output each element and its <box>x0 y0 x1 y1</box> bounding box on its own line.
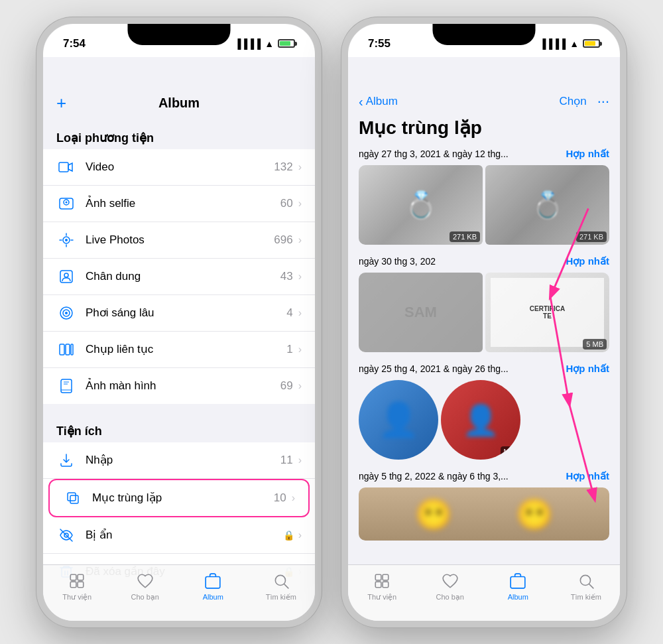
group-3-img-1[interactable] <box>359 380 438 460</box>
album-item-screenshot[interactable]: Ảnh màn hình 69 › <box>43 368 315 404</box>
tab-album-label-left: Album <box>203 593 223 601</box>
duplicate-group-3: ngày 25 thg 4, 2021 & ngày 26 thg... Hợp… <box>359 363 609 460</box>
group-4-header: ngày 5 thg 2, 2022 & ngày 6 thg 3,... Hợ… <box>359 470 609 482</box>
portrait-label: Chân dung <box>86 270 280 283</box>
left-phone: 7:54 ▐▐▐▐ ▲ + Album Loại phương tiện <box>36 17 322 627</box>
duplicate-icon <box>63 488 83 508</box>
phone-shell-right: 7:55 ▐▐▐▐ ▲ ‹ Album <box>341 17 627 627</box>
portrait-icon <box>56 267 76 287</box>
import-label: Nhập <box>86 453 280 467</box>
group-1-date: ngày 27 thg 3, 2021 & ngày 12 thg... <box>359 149 509 159</box>
tab-library-label-left: Thư viện <box>62 593 91 602</box>
group-3-img-2[interactable]: 👤 MB <box>441 380 520 460</box>
tab-library-left[interactable]: Thư viện <box>57 572 97 602</box>
import-count: 11 <box>280 454 293 467</box>
svg-point-11 <box>64 273 68 277</box>
tab-search-label-right: Tìm kiếm <box>571 593 601 602</box>
tab-foryou-left[interactable]: Cho bạn <box>125 572 165 602</box>
selfie-icon <box>56 194 76 214</box>
group-1-img-2[interactable]: 271 KB <box>485 165 609 245</box>
phone-screen-left: 7:54 ▐▐▐▐ ▲ + Album Loại phương tiện <box>43 24 315 621</box>
tab-library-right[interactable]: Thư viện <box>362 572 402 602</box>
tab-album-left[interactable]: Album <box>193 572 233 601</box>
img-size-badge-3-2: MB <box>501 446 518 457</box>
livephoto-count: 696 <box>274 233 292 247</box>
merge-btn-2[interactable]: Hợp nhất <box>566 255 609 267</box>
section-header-media: Loại phương tiện <box>43 117 315 149</box>
svg-rect-40 <box>383 582 389 588</box>
svg-rect-38 <box>383 574 389 580</box>
svg-rect-31 <box>78 574 84 580</box>
svg-rect-17 <box>71 344 73 355</box>
merge-btn-3[interactable]: Hợp nhất <box>566 363 609 375</box>
media-type-list: Video 132 › Ảnh selfie <box>43 149 315 404</box>
duplicate-group-4: ngày 5 thg 2, 2022 & ngày 6 thg 3,... Hợ… <box>359 470 609 541</box>
album-tab-icon-left <box>204 572 222 590</box>
add-album-button[interactable]: + <box>56 94 66 111</box>
portrait-chevron: › <box>298 271 302 283</box>
library-tab-icon-left <box>68 572 86 590</box>
battery-icon-right <box>583 39 600 48</box>
merge-btn-1[interactable]: Hợp nhất <box>566 148 609 160</box>
video-chevron: › <box>298 161 302 173</box>
library-tab-icon-right <box>373 572 391 590</box>
album-item-video[interactable]: Video 132 › <box>43 149 315 186</box>
hidden-label: Bị ẩn <box>86 528 283 542</box>
svg-rect-39 <box>376 582 382 588</box>
album-item-duplicate[interactable]: Mục trùng lặp 10 › <box>48 479 310 517</box>
merge-btn-4[interactable]: Hợp nhất <box>566 470 609 482</box>
tab-album-right[interactable]: Album <box>498 572 538 601</box>
foryou-tab-icon-left <box>136 572 154 590</box>
group-4-img[interactable]: 😶 😶 <box>359 487 609 541</box>
svg-rect-15 <box>60 344 64 355</box>
notch-right <box>433 24 536 45</box>
album-item-longexposure[interactable]: Phơi sáng lâu 4 › <box>43 295 315 332</box>
group-2-img-2[interactable]: CERTIFICATE 5 MB <box>485 273 609 352</box>
svg-rect-37 <box>376 574 382 580</box>
group-1-images: 271 KB 271 KB <box>359 165 609 245</box>
hidden-chevron: › <box>298 529 302 541</box>
group-3-images: 👤 MB <box>359 380 609 460</box>
album-item-burst[interactable]: Chụp liên tục 1 › <box>43 332 315 368</box>
status-icons-right: ▐▐▐▐ ▲ <box>539 38 600 49</box>
group-2-images: SAM CERTIFICATE 5 MB <box>359 273 609 352</box>
duplicate-group-2: ngày 30 thg 3, 202 Hợp nhất SAM CERTIFIC… <box>359 255 609 352</box>
import-chevron: › <box>298 454 302 466</box>
svg-point-5 <box>65 239 68 241</box>
album-item-livephoto[interactable]: Live Photos 696 › <box>43 222 315 259</box>
battery-icon-left <box>278 39 295 48</box>
tab-search-right[interactable]: Tìm kiếm <box>566 572 606 602</box>
duplicate-group-1: ngày 27 thg 3, 2021 & ngày 12 thg... Hợp… <box>359 148 609 245</box>
tab-foryou-right[interactable]: Cho bạn <box>430 572 470 602</box>
group-1-header: ngày 27 thg 3, 2021 & ngày 12 thg... Hợp… <box>359 148 609 160</box>
tab-foryou-label-left: Cho bạn <box>131 593 159 602</box>
album-item-portrait[interactable]: Chân dung 43 › <box>43 259 315 295</box>
more-button[interactable]: ··· <box>597 94 609 109</box>
signal-icon-left: ▐▐▐▐ <box>234 38 261 49</box>
nav-actions: Chọn ··· <box>559 94 609 109</box>
img-size-badge-1-2: 271 KB <box>576 231 607 242</box>
back-button[interactable]: ‹ Album <box>359 95 398 108</box>
group-3-date: ngày 25 thg 4, 2021 & ngày 26 thg... <box>359 363 509 374</box>
chon-button[interactable]: Chọn <box>559 94 586 108</box>
video-label: Video <box>86 161 274 174</box>
tab-library-label-right: Thư viện <box>367 593 396 602</box>
notch-left <box>128 24 231 45</box>
group-2-date: ngày 30 thg 3, 202 <box>359 256 436 267</box>
selfie-chevron: › <box>298 198 302 210</box>
signal-icon-right: ▐▐▐▐ <box>539 38 566 49</box>
page-title: Mục trùng lặp <box>348 114 620 148</box>
group-1-img-1[interactable]: 271 KB <box>359 165 483 245</box>
back-chevron-icon: ‹ <box>359 95 363 108</box>
album-item-selfie[interactable]: Ảnh selfie 60 › <box>43 186 315 222</box>
burst-label: Chụp liên tục <box>86 342 286 356</box>
back-label: Album <box>366 95 398 108</box>
livephoto-chevron: › <box>298 234 302 246</box>
album-item-import[interactable]: Nhập 11 › <box>43 442 315 479</box>
longexposure-chevron: › <box>298 307 302 319</box>
album-item-hidden[interactable]: Bị ẩn 🔒 › <box>43 517 315 554</box>
group-2-img-1[interactable]: SAM <box>359 273 483 352</box>
svg-line-36 <box>284 584 288 588</box>
livephoto-icon <box>56 230 76 250</box>
tab-search-left[interactable]: Tìm kiếm <box>261 572 301 602</box>
